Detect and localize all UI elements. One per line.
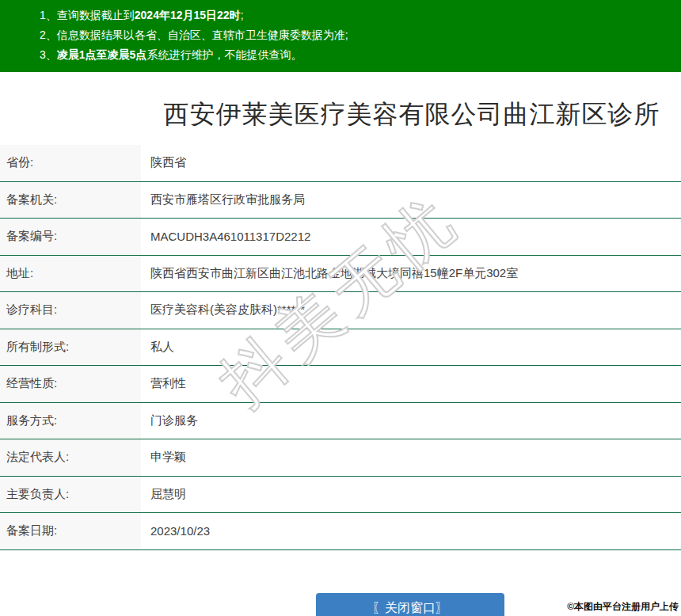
notice-banner: 1、查询数据截止到2024年12月15日22时; 2、信息数据结果以各省、自治区…	[0, 0, 681, 72]
row-value: 2023/10/23	[141, 513, 681, 549]
row-label: 备案机关:	[0, 182, 141, 219]
table-row-registry-authority: 备案机关: 西安市雁塔区行政审批服务局	[0, 182, 681, 219]
row-value: 门诊服务	[141, 403, 681, 439]
close-window-button[interactable]: 〖关闭窗口〗	[316, 593, 504, 616]
table-row-address: 地址: 陕西省西安市曲江新区曲江池北路金地湖城大境同禧15幢2F单元302室	[0, 256, 681, 293]
notice-3-num: 3、	[40, 48, 57, 61]
notice-2-num: 2、	[40, 29, 57, 41]
notice-line-1: 1、查询数据截止到2024年12月15日22时;	[40, 6, 681, 25]
row-value: MACUDH3A461011317D2212	[141, 219, 681, 255]
row-label: 法定代表人:	[0, 439, 141, 476]
row-label: 诊疗科目:	[0, 292, 141, 329]
row-label: 所有制形式:	[0, 329, 141, 366]
table-row-province: 省份: 陕西省	[0, 145, 681, 182]
page-title: 西安伊莱美医疗美容有限公司曲江新区诊所	[0, 97, 681, 132]
notice-line-2: 2、信息数据结果以各省、自治区、直辖市卫生健康委数据为准;	[40, 25, 681, 45]
row-value: 屈慧明	[141, 477, 681, 513]
row-value: 西安市雁塔区行政审批服务局	[141, 182, 681, 219]
row-label: 地址:	[0, 256, 141, 292]
notice-3-bold: 凌晨1点至凌晨5点	[57, 48, 147, 61]
row-label: 备案编号:	[0, 219, 141, 255]
table-row-record-date: 备案日期: 2023/10/23	[0, 513, 681, 550]
row-value: 陕西省西安市曲江新区曲江池北路金地湖城大境同禧15幢2F单元302室	[141, 256, 681, 292]
notice-2-text: 信息数据结果以各省、自治区、直辖市卫生健康委数据为准;	[57, 29, 348, 41]
row-value: 陕西省	[141, 145, 681, 181]
table-row-clinical-subjects: 诊疗科目: 医疗美容科(美容皮肤科)******	[0, 292, 681, 329]
table-row-legal-representative: 法定代表人: 申学颖	[0, 439, 681, 477]
table-row-business-nature: 经营性质: 营利性	[0, 366, 681, 403]
table-row-record-number: 备案编号: MACUDH3A461011317D2212	[0, 219, 681, 256]
notice-1-num: 1、	[40, 9, 57, 21]
notice-line-3: 3、凌晨1点至凌晨5点系统进行维护，不能提供查询。	[40, 45, 681, 65]
row-label: 主要负责人:	[0, 477, 141, 513]
row-label: 省份:	[0, 145, 141, 181]
notice-3-tail: 系统进行维护，不能提供查询。	[146, 48, 302, 61]
table-row-ownership-type: 所有制形式: 私人	[0, 329, 681, 367]
notice-1-text: 查询数据截止到	[57, 9, 135, 21]
row-value: 医疗美容科(美容皮肤科)******	[141, 292, 681, 329]
table-row-principal: 主要负责人: 屈慧明	[0, 477, 681, 514]
info-table: 省份: 陕西省 备案机关: 西安市雁塔区行政审批服务局 备案编号: MACUDH…	[0, 145, 681, 550]
row-label: 服务方式:	[0, 403, 141, 439]
notice-1-tail: ;	[241, 9, 244, 21]
upload-credit-text: ©本图由平台注册用户上传	[567, 600, 679, 614]
row-label: 经营性质:	[0, 366, 141, 402]
row-label: 备案日期:	[0, 513, 141, 549]
table-row-service-mode: 服务方式: 门诊服务	[0, 403, 681, 440]
row-value: 申学颖	[141, 439, 681, 476]
row-value: 私人	[141, 329, 681, 366]
page-container: 1、查询数据截止到2024年12月15日22时; 2、信息数据结果以各省、自治区…	[0, 0, 681, 616]
notice-1-bold: 2024年12月15日22时	[135, 9, 241, 21]
row-value: 营利性	[141, 366, 681, 402]
